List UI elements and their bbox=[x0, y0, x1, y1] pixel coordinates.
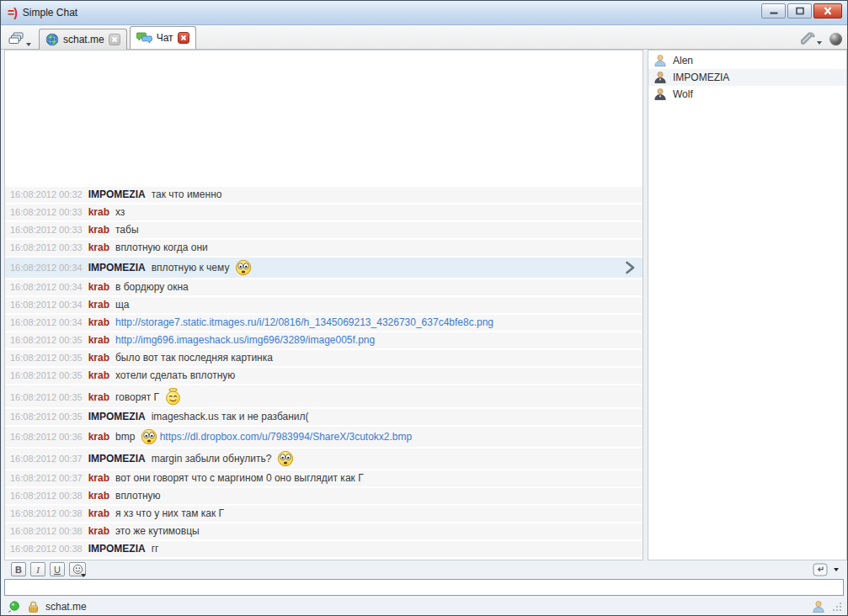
message-nick: krab bbox=[88, 472, 109, 484]
app-logo-icon: =) bbox=[8, 6, 17, 19]
send-options-dropdown[interactable] bbox=[834, 568, 839, 571]
message-text: было вот так последняя картинка bbox=[115, 352, 273, 364]
tab-schat-me[interactable]: schat.me bbox=[39, 29, 127, 50]
input-row bbox=[1, 578, 847, 597]
message-row: 16:08:2012 00:38krabэто же кутимовцы bbox=[5, 523, 643, 539]
italic-button[interactable]: I bbox=[30, 562, 45, 576]
network-status-icon[interactable] bbox=[829, 33, 842, 45]
message-timestamp: 16:08:2012 00:35 bbox=[10, 353, 83, 363]
message-timestamp: 16:08:2012 00:36 bbox=[10, 432, 83, 442]
message-nick: krab bbox=[88, 224, 109, 236]
user-avatar-icon bbox=[653, 54, 667, 67]
globe-icon bbox=[45, 33, 59, 46]
message-nick: IMPOMEZIA bbox=[88, 453, 146, 465]
settings-button[interactable] bbox=[801, 31, 822, 46]
message-row: 16:08:2012 00:37IMPOMEZIAmargin забыли о… bbox=[5, 449, 643, 469]
message-row: 16:08:2012 00:33krabвплотную когда они bbox=[5, 240, 643, 256]
resize-grip[interactable] bbox=[832, 602, 842, 612]
user-avatar-icon bbox=[653, 71, 667, 84]
title-bar: =) Simple Chat bbox=[1, 1, 847, 25]
tab-close-icon[interactable] bbox=[178, 32, 189, 44]
message-row: 16:08:2012 00:35krabбыло вот так последн… bbox=[5, 350, 643, 366]
message-text: табы bbox=[115, 224, 139, 236]
cascade-windows-icon bbox=[8, 32, 25, 45]
message-row: 16:08:2012 00:38krabвплотную bbox=[5, 488, 643, 504]
maximize-button[interactable] bbox=[787, 3, 812, 19]
tab-chat[interactable]: Чат bbox=[130, 26, 196, 49]
message-input[interactable] bbox=[4, 579, 844, 596]
emoticons-button[interactable] bbox=[69, 562, 86, 576]
channels-list-button[interactable] bbox=[6, 28, 34, 48]
message-row: 16:08:2012 00:37krabвот они говорят что … bbox=[5, 470, 643, 486]
send-button[interactable] bbox=[813, 563, 828, 576]
window-title: Simple Chat bbox=[23, 7, 77, 19]
message-row: 16:08:2012 00:33krabхз bbox=[5, 204, 643, 220]
send-controls bbox=[813, 563, 839, 576]
close-button[interactable] bbox=[813, 3, 842, 19]
message-timestamp: 16:08:2012 00:34 bbox=[10, 317, 83, 327]
profile-icon[interactable] bbox=[812, 600, 825, 613]
underline-button[interactable]: U bbox=[50, 562, 65, 576]
server-name: schat.me bbox=[45, 601, 87, 613]
message-row: 16:08:2012 00:32IMPOMEZIAтак что именно bbox=[5, 187, 643, 203]
chat-bubbles-icon bbox=[136, 32, 152, 45]
user-list-item[interactable]: Wolf bbox=[648, 86, 846, 103]
connection-status-icon[interactable] bbox=[8, 600, 21, 613]
message-timestamp: 16:08:2012 00:34 bbox=[10, 300, 83, 310]
message-text: в бордюру окна bbox=[115, 281, 189, 293]
chevron-down-icon bbox=[81, 574, 86, 577]
window-controls bbox=[761, 1, 842, 24]
message-timestamp: 16:08:2012 00:37 bbox=[10, 454, 83, 464]
message-link[interactable]: https://dl.dropbox.com/u/7983994/ShareX/… bbox=[160, 431, 413, 443]
secure-lock-icon bbox=[27, 600, 40, 613]
chevron-down-icon bbox=[817, 41, 822, 45]
main-area: 16:08:2012 00:32IMPOMEZIAтак что именно … bbox=[1, 50, 847, 560]
message-timestamp: 16:08:2012 00:38 bbox=[10, 526, 83, 536]
user-list-item[interactable]: IMPOMEZIA bbox=[648, 69, 846, 86]
message-nick: krab bbox=[88, 431, 109, 443]
user-list-item[interactable]: Alen bbox=[648, 52, 846, 69]
message-text: это же кутимовцы bbox=[115, 525, 200, 537]
message-row: 16:08:2012 00:38krabя хз что у них там к… bbox=[5, 506, 643, 522]
message-text: так что именно bbox=[152, 189, 222, 200]
user-name: IMPOMEZIA bbox=[673, 72, 729, 83]
message-link[interactable]: http://img696.imageshack.us/img696/3289/… bbox=[115, 334, 375, 346]
message-text: гг bbox=[152, 543, 159, 555]
message-text: вот они говорят что с маргином 0 оно выг… bbox=[115, 472, 364, 484]
message-row: 16:08:2012 00:35krabhttp://img696.images… bbox=[5, 332, 643, 348]
message-row: 16:08:2012 00:38IMPOMEZIAгг bbox=[5, 541, 643, 557]
surprised-smiley-icon bbox=[141, 428, 157, 445]
surprised-smiley-icon bbox=[235, 259, 252, 276]
message-timestamp: 16:08:2012 00:38 bbox=[10, 544, 83, 554]
message-nick: krab bbox=[88, 490, 109, 502]
message-nick: krab bbox=[88, 507, 109, 519]
message-nick: IMPOMEZIA bbox=[88, 543, 146, 555]
message-nick: krab bbox=[88, 281, 109, 293]
message-row: 16:08:2012 00:36krabbmp https://dl.dropb… bbox=[5, 427, 643, 447]
message-row: 16:08:2012 00:34krabща bbox=[5, 297, 643, 313]
message-timestamp: 16:08:2012 00:38 bbox=[10, 508, 83, 518]
message-timestamp: 16:08:2012 00:33 bbox=[10, 225, 83, 235]
message-timestamp: 16:08:2012 00:35 bbox=[10, 412, 83, 422]
message-text: imageshack.us так и не разбанил( bbox=[152, 411, 309, 422]
message-nick: krab bbox=[88, 352, 109, 364]
message-link[interactable]: http://storage7.static.itmages.ru/i/12/0… bbox=[115, 316, 493, 328]
message-nick: krab bbox=[88, 525, 109, 537]
message-row: 16:08:2012 00:35krabговорят Г bbox=[5, 385, 643, 407]
message-timestamp: 16:08:2012 00:32 bbox=[10, 189, 83, 199]
message-text: вплотную когда они bbox=[115, 242, 208, 253]
chevron-down-icon bbox=[26, 43, 31, 46]
message-text: хотели сделать вплотную bbox=[115, 369, 235, 381]
message-row: 16:08:2012 00:35IMPOMEZIAimageshack.us т… bbox=[5, 409, 643, 425]
message-timestamp: 16:08:2012 00:33 bbox=[10, 242, 83, 252]
message-text: ща bbox=[115, 299, 130, 311]
tab-label: schat.me bbox=[63, 34, 104, 45]
minimize-button[interactable] bbox=[761, 3, 786, 19]
expand-chevron-icon[interactable] bbox=[625, 261, 636, 275]
message-timestamp: 16:08:2012 00:34 bbox=[10, 263, 83, 273]
message-nick: IMPOMEZIA bbox=[88, 262, 146, 273]
tab-close-icon[interactable] bbox=[109, 34, 120, 45]
message-nick: IMPOMEZIA bbox=[88, 189, 146, 200]
tab-bar-actions bbox=[801, 31, 842, 49]
bold-button[interactable]: B bbox=[11, 562, 26, 576]
